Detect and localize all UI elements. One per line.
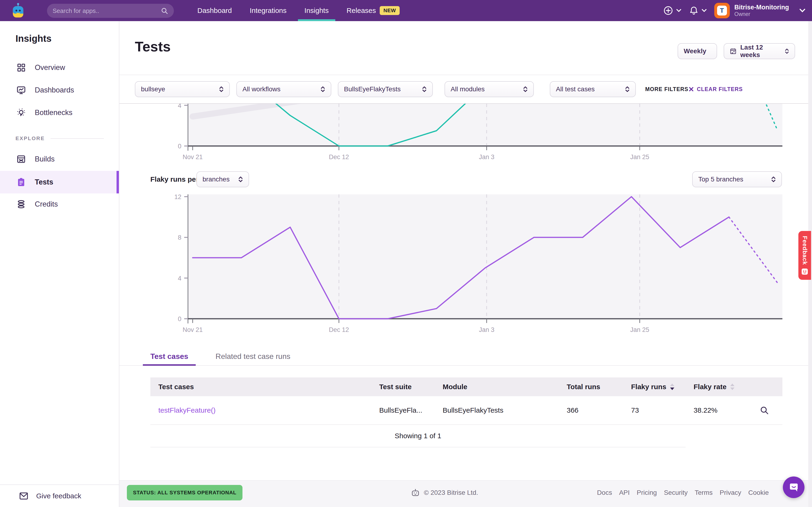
calendar-icon xyxy=(730,47,737,55)
col-flaky-runs: Flaky runs xyxy=(631,378,674,396)
sidebar-item-tests[interactable]: Tests xyxy=(0,171,119,193)
search-input[interactable] xyxy=(53,7,161,14)
chevron-down-icon[interactable] xyxy=(702,9,707,12)
app-search xyxy=(47,4,174,18)
svg-text:4: 4 xyxy=(178,275,182,282)
search-icon[interactable] xyxy=(161,7,168,14)
bitrise-insights-tests-page: Dashboard Integrations Insights Releases… xyxy=(0,0,812,507)
flaky-runs-per-row: Flaky runs per branches Top 5 branches xyxy=(119,171,812,187)
col-test-cases: Test cases xyxy=(158,378,194,396)
sidebar-item-bottlenecks[interactable]: Bottlenecks xyxy=(0,101,119,124)
feedback-side-tab[interactable]: Feedback xyxy=(798,231,811,280)
svg-text:0: 0 xyxy=(178,143,182,150)
lightbulb-icon xyxy=(15,107,27,118)
flaky-runs-trend-chart: Nov 21Dec 12Jan 3Jan 2504 xyxy=(119,103,812,160)
tab-related-test-case-runs[interactable]: Related test case runs xyxy=(208,347,298,365)
footer-link-api[interactable]: API xyxy=(619,489,630,496)
footer-link-docs[interactable]: Docs xyxy=(597,489,612,496)
footer-link-terms[interactable]: Terms xyxy=(695,489,713,496)
results-tabs: Test cases Related test case runs xyxy=(119,347,812,366)
new-badge: NEW xyxy=(380,6,400,15)
top-branches-select[interactable]: Top 5 branches xyxy=(692,171,782,187)
credits-coins-icon xyxy=(15,199,27,210)
explore-section-label: EXPLORE xyxy=(15,133,104,144)
page-footer: STATUS: ALL SYSTEMS OPERATIONAL © 2023 B… xyxy=(119,480,812,507)
footer-copyright: © 2023 Bitrise Ltd. xyxy=(411,481,478,505)
flaky-runs-per-label: Flaky runs per xyxy=(150,171,199,187)
account-info[interactable]: Bitrise-Monitoring Owner xyxy=(734,4,789,17)
svg-text:Jan 25: Jan 25 xyxy=(630,154,649,160)
col-total-runs: Total runs xyxy=(567,378,600,396)
sort-flaky-runs[interactable] xyxy=(670,384,674,390)
svg-text:4: 4 xyxy=(178,104,182,109)
nav-dashboard[interactable]: Dashboard xyxy=(191,0,239,21)
clear-filters-button[interactable]: CLEAR FILTERS xyxy=(689,81,743,97)
module-filter-select[interactable]: All modules xyxy=(445,81,534,97)
col-module: Module xyxy=(443,378,467,396)
insights-sidebar: Insights Overview Dashboards Bottlenecks xyxy=(0,21,119,507)
test-case-filter-select[interactable]: All test cases xyxy=(550,81,636,97)
cell-module: BullsEyeFlakyTests xyxy=(443,396,503,425)
test-cases-table: Test cases Test suite Module Total runs … xyxy=(150,378,782,447)
footer-link-cookie[interactable]: Cookie xyxy=(748,489,769,496)
feedback-widget-icon xyxy=(801,268,808,275)
svg-text:Jan 3: Jan 3 xyxy=(479,326,494,333)
chat-launcher-button[interactable] xyxy=(783,476,805,498)
nav-integrations[interactable]: Integrations xyxy=(243,0,293,21)
cell-test-suite: BullsEyeFla... xyxy=(379,396,422,425)
cell-test-case: testFlakyFeature() xyxy=(158,396,215,425)
pagination-text: Showing 1 of 1 xyxy=(150,425,686,447)
svg-text:Dec 12: Dec 12 xyxy=(329,154,349,160)
select-chevrons-icon xyxy=(625,86,630,93)
give-feedback-button[interactable]: Give feedback xyxy=(0,485,119,507)
workspace-name: Bitrise-Monitoring xyxy=(734,4,789,11)
flaky-runs-trend-chart-svg: Nov 21Dec 12Jan 3Jan 2504 xyxy=(119,104,812,160)
nav-releases[interactable]: Releases NEW xyxy=(340,0,406,21)
notifications-bell-icon[interactable] xyxy=(689,6,699,15)
svg-text:Jan 3: Jan 3 xyxy=(479,154,494,160)
sidebar-item-builds[interactable]: Builds xyxy=(0,148,119,170)
footer-link-privacy[interactable]: Privacy xyxy=(720,489,741,496)
date-range-select[interactable]: Last 12 weeks xyxy=(724,43,795,59)
status-badge[interactable]: STATUS: ALL SYSTEMS OPERATIONAL xyxy=(127,485,243,500)
add-circle-icon[interactable] xyxy=(663,5,673,16)
dimension-select[interactable]: branches xyxy=(196,171,249,187)
chevron-down-icon[interactable] xyxy=(799,8,805,13)
workspace-avatar[interactable]: T xyxy=(714,3,730,18)
bitrise-logo-icon[interactable] xyxy=(9,2,27,19)
app-filter-select[interactable]: bullseye xyxy=(135,81,230,97)
sidebar-item-credits[interactable]: Credits xyxy=(0,193,119,216)
more-filters-button[interactable]: MORE FILTERS xyxy=(645,81,689,97)
cell-flaky-rate: 38.22% xyxy=(694,396,718,425)
table-header-row: Test cases Test suite Module Total runs … xyxy=(150,378,782,396)
row-search-icon[interactable] xyxy=(759,396,769,425)
workflow-filter-select[interactable]: All workflows xyxy=(236,81,331,97)
granularity-select[interactable]: Weekly xyxy=(677,43,717,59)
svg-text:0: 0 xyxy=(178,316,182,323)
test-suite-filter-select[interactable]: BullsEyeFlakyTests xyxy=(338,81,433,97)
envelope-icon xyxy=(19,491,29,501)
svg-text:Jan 25: Jan 25 xyxy=(630,326,649,333)
sort-flaky-rate[interactable] xyxy=(730,384,734,390)
svg-text:12: 12 xyxy=(174,194,182,201)
svg-text:8: 8 xyxy=(178,234,182,241)
cell-total-runs: 366 xyxy=(567,396,578,425)
chevron-down-icon[interactable] xyxy=(676,9,681,12)
topbar-account-area: T Bitrise-Monitoring Owner xyxy=(663,0,805,21)
header-divider xyxy=(119,75,812,75)
test-case-link[interactable]: testFlakyFeature() xyxy=(158,406,215,414)
select-chevrons-icon xyxy=(523,86,528,93)
svg-text:Dec 12: Dec 12 xyxy=(329,326,349,333)
chat-bubble-icon xyxy=(788,482,799,493)
tab-test-cases[interactable]: Test cases xyxy=(143,347,196,365)
flaky-runs-per-branch-chart-svg: Nov 21Dec 12Jan 3Jan 2504812 xyxy=(119,194,812,335)
sidebar-item-overview[interactable]: Overview xyxy=(0,56,119,79)
tests-clipboard-icon xyxy=(15,176,27,188)
col-test-suite: Test suite xyxy=(379,378,412,396)
nav-insights[interactable]: Insights xyxy=(298,0,335,21)
select-chevrons-icon xyxy=(219,86,224,93)
close-icon xyxy=(689,87,694,92)
sidebar-item-dashboards[interactable]: Dashboards xyxy=(0,79,119,101)
footer-link-pricing[interactable]: Pricing xyxy=(637,489,657,496)
footer-link-security[interactable]: Security xyxy=(664,489,688,496)
